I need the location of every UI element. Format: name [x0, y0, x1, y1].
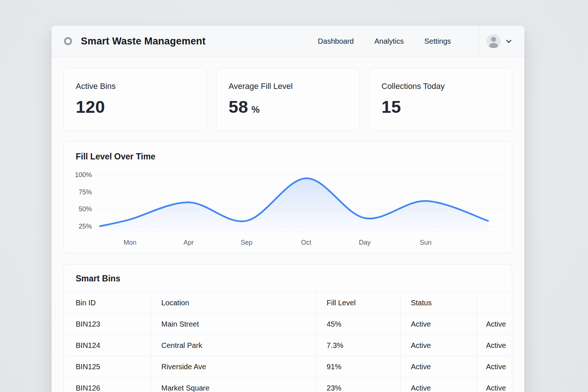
bins-header-row: Bin IDLocationFill LevelStatus: [64, 292, 512, 314]
table-cell: Active: [400, 314, 477, 335]
stat-value: 120: [76, 97, 105, 117]
table-cell: Active: [477, 314, 512, 335]
y-axis-tick: 25%: [79, 223, 92, 230]
table-cell: BIN126: [64, 378, 151, 392]
table-cell: Active: [477, 356, 512, 378]
table-cell: Active: [477, 378, 512, 392]
stat-value: 58: [229, 97, 248, 117]
account-menu-button[interactable]: [479, 26, 524, 57]
user-avatar-icon[interactable]: [487, 34, 501, 48]
bins-table-body: BIN123Main Street45%ActiveActiveBIN124Ce…: [64, 314, 512, 392]
main-nav: DashboardAnalyticsSettings: [318, 37, 479, 46]
table-row[interactable]: BIN124Central Park7.3%ActiveActive: [64, 335, 512, 356]
chart-plot: [99, 171, 501, 234]
smart-bins-table: Bin IDLocationFill LevelStatus BIN123Mai…: [64, 292, 512, 392]
smart-bins-card: Smart Bins Bin IDLocationFill LevelStatu…: [64, 264, 512, 392]
table-row[interactable]: BIN123Main Street45%ActiveActive: [64, 314, 512, 335]
app-window: Smart Waste Management DashboardAnalytic…: [51, 26, 524, 392]
main-content: Active Bins120Average Fill Level58%Colle…: [51, 57, 524, 392]
app-logo-ring-icon: [64, 37, 72, 45]
table-cell: Active: [400, 356, 477, 378]
chart-x-axis: MonAprSepOctDaySun: [99, 234, 501, 249]
fill-level-chart-card: Fill Level Over Time 100%75%50%25% MonAp…: [64, 141, 512, 253]
chart-plot-svg: [99, 171, 501, 234]
table-cell: Central Park: [151, 335, 316, 356]
x-axis-tick: Oct: [301, 239, 311, 247]
stat-label: Average Fill Level: [229, 82, 347, 91]
column-header: Fill Level: [316, 292, 400, 314]
stats-row: Active Bins120Average Fill Level58%Colle…: [64, 68, 512, 131]
stat-label: Collections Today: [381, 82, 500, 91]
chevron-down-icon[interactable]: [506, 39, 512, 43]
table-row[interactable]: BIN126Market Square23%ActiveActive: [64, 378, 512, 392]
table-cell: Market Square: [151, 378, 316, 392]
y-axis-tick: 75%: [79, 188, 92, 196]
stat-suffix: %: [251, 104, 259, 115]
table-cell: Active: [400, 378, 477, 392]
table-cell: Riverside Ave: [151, 356, 316, 378]
table-cell: BIN124: [64, 335, 151, 356]
column-header: Status: [400, 292, 477, 314]
x-axis-tick: Sep: [241, 239, 252, 247]
table-title: Smart Bins: [64, 265, 512, 292]
chart-y-axis: 100%75%50%25%: [76, 171, 99, 234]
stat-card-active-bins: Active Bins120: [64, 68, 207, 131]
table-cell: 45%: [316, 314, 400, 335]
chart-area: 100%75%50%25%: [76, 171, 501, 234]
stat-label: Active Bins: [76, 82, 194, 91]
nav-item-settings[interactable]: Settings: [424, 37, 451, 46]
column-header: Location: [151, 292, 316, 314]
x-axis-tick: Day: [359, 239, 371, 247]
table-cell: 7.3%: [316, 335, 400, 356]
app-header: Smart Waste Management DashboardAnalytic…: [51, 26, 524, 57]
table-row[interactable]: BIN125Riverside Ave91%ActiveActive: [64, 356, 512, 378]
nav-item-dashboard[interactable]: Dashboard: [318, 37, 354, 46]
table-cell: BIN123: [64, 314, 151, 335]
column-header: Bin ID: [64, 292, 151, 314]
x-axis-tick: Sun: [420, 239, 431, 247]
x-axis-tick: Mon: [123, 239, 136, 247]
x-axis-tick: Apr: [183, 239, 194, 247]
y-axis-tick: 50%: [79, 205, 92, 213]
table-cell: Active: [400, 335, 477, 356]
table-cell: 91%: [316, 356, 400, 378]
stat-value: 15: [381, 97, 401, 117]
stat-card-average-fill-level: Average Fill Level58%: [216, 68, 359, 131]
table-cell: Main Street: [151, 314, 316, 335]
stat-card-collections-today: Collections Today15: [369, 68, 512, 131]
app-title: Smart Waste Management: [81, 36, 206, 47]
table-cell: Active: [477, 335, 512, 356]
table-cell: BIN125: [64, 356, 151, 378]
y-axis-tick: 100%: [75, 171, 92, 179]
nav-item-analytics[interactable]: Analytics: [374, 37, 404, 46]
chart-title: Fill Level Over Time: [76, 152, 501, 162]
column-header: [477, 292, 512, 314]
table-cell: 23%: [316, 378, 400, 392]
